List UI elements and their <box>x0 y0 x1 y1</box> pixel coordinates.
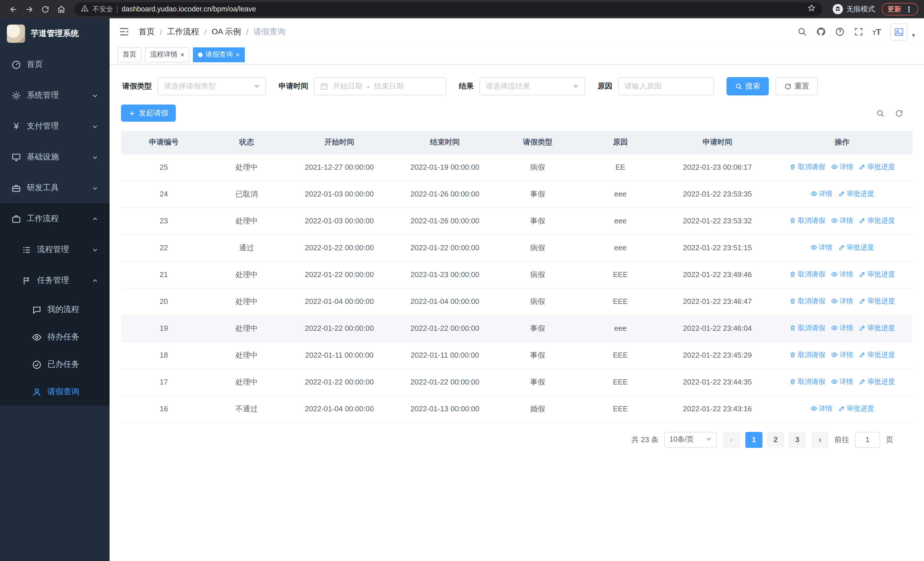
toggle-search-icon[interactable] <box>876 109 885 117</box>
create-leave-button[interactable]: 发起请假 <box>121 105 176 122</box>
sidebar-item-done-tasks[interactable]: 已办任务 <box>0 351 110 378</box>
status-cell: 处理中 <box>207 154 286 180</box>
home-icon[interactable] <box>54 2 69 17</box>
applied-time-cell: 2022-01-22 23:44:35 <box>663 368 772 396</box>
approval-progress-link[interactable]: 审批进度 <box>859 162 895 172</box>
leave-type-select[interactable]: 请选择请假类型 <box>158 77 266 95</box>
status-cell: 已取消 <box>207 180 286 208</box>
github-icon[interactable] <box>816 27 825 36</box>
font-size-icon[interactable]: TT <box>872 27 881 36</box>
tab-leave-query[interactable]: 请假查询 × <box>193 47 245 62</box>
detail-link[interactable]: 详情 <box>831 270 853 279</box>
detail-link[interactable]: 详情 <box>810 404 832 414</box>
search-button[interactable]: 搜索 <box>726 77 769 95</box>
result-select[interactable]: 请选择流结果 <box>479 77 585 95</box>
approval-progress-link[interactable]: 审批进度 <box>838 404 874 414</box>
status-cell: 处理中 <box>207 208 286 234</box>
sidebar-item-infra[interactable]: 基础设施 <box>0 142 110 173</box>
start-date-placeholder[interactable]: 开始日期 <box>333 81 362 92</box>
detail-link[interactable]: 详情 <box>831 162 853 172</box>
next-page-button[interactable]: › <box>812 432 829 448</box>
approval-progress-link[interactable]: 审批进度 <box>838 243 874 253</box>
caret-down-icon[interactable]: ▾ <box>912 32 915 40</box>
sidebar-item-leave-query[interactable]: 请假查询 <box>0 378 110 406</box>
avatar[interactable] <box>890 23 908 40</box>
detail-link[interactable]: 详情 <box>831 350 853 360</box>
fullscreen-icon[interactable] <box>854 27 863 36</box>
id-cell: 23 <box>121 208 207 234</box>
goto-page-input[interactable] <box>855 432 880 448</box>
id-cell: 16 <box>121 396 207 422</box>
cancel-leave-link[interactable]: 取消请假 <box>789 377 825 387</box>
menu-fold-icon[interactable] <box>119 26 129 37</box>
security-chip[interactable]: 不安全 <box>93 4 113 14</box>
detail-link[interactable]: 详情 <box>831 323 853 333</box>
approval-progress-link[interactable]: 审批进度 <box>859 296 895 306</box>
select-placeholder: 请选择流结果 <box>486 81 530 92</box>
cancel-leave-link[interactable]: 取消请假 <box>789 350 825 360</box>
approval-progress-link[interactable]: 审批进度 <box>859 377 895 387</box>
bookmark-star-icon[interactable] <box>808 4 816 14</box>
breadcrumb-item[interactable]: OA 示例 <box>212 27 241 37</box>
reload-icon[interactable] <box>38 2 52 17</box>
sidebar-item-todo-tasks[interactable]: 待办任务 <box>0 323 110 351</box>
url-text[interactable]: dashboard.yudao.iocoder.cn/bpm/oa/leave <box>122 5 804 13</box>
date-range-picker[interactable]: 开始日期 - 结束日期 <box>314 77 446 95</box>
back-icon[interactable] <box>6 2 21 17</box>
id-cell: 22 <box>121 234 207 261</box>
cancel-leave-link[interactable]: 取消请假 <box>789 216 825 226</box>
page-button-1[interactable]: 1 <box>746 432 762 448</box>
approval-progress-link[interactable]: 审批进度 <box>838 189 874 199</box>
sidebar-item-my-process[interactable]: 我的流程 <box>0 296 110 323</box>
address-bar[interactable]: 不安全 dashboard.yudao.iocoder.cn/bpm/oa/le… <box>74 2 822 16</box>
cancel-leave-link[interactable]: 取消请假 <box>789 323 825 333</box>
close-icon[interactable]: × <box>180 51 184 58</box>
reset-button[interactable]: 重置 <box>776 77 818 95</box>
tab-home[interactable]: 首页 <box>118 47 141 62</box>
sidebar-item-process-mgmt[interactable]: 流程管理 <box>0 234 110 265</box>
cancel-leave-link[interactable]: 取消请假 <box>789 296 825 306</box>
chevron-down-icon <box>92 154 98 160</box>
sidebar-item-workflow[interactable]: 工作流程 <box>0 203 110 234</box>
page-button-2[interactable]: 2 <box>767 432 784 448</box>
cancel-leave-link[interactable]: 取消请假 <box>789 162 825 172</box>
forward-icon[interactable] <box>22 2 36 17</box>
approval-progress-link[interactable]: 审批进度 <box>859 270 895 279</box>
search-icon[interactable] <box>797 27 807 36</box>
sidebar-item-task-mgmt[interactable]: 任务管理 <box>0 265 110 296</box>
cancel-leave-link[interactable]: 取消请假 <box>789 270 825 279</box>
end-time-cell: 2022-01-26 00:00:00 <box>392 180 498 208</box>
detail-link[interactable]: 详情 <box>810 189 832 199</box>
page-size-select[interactable]: 10条/页 <box>664 432 717 448</box>
reason-input[interactable]: 请输入原因 <box>618 77 714 95</box>
detail-link[interactable]: 详情 <box>831 377 853 387</box>
browser-menu-icon[interactable]: ⋮ <box>905 5 913 14</box>
end-date-placeholder[interactable]: 结束日期 <box>374 81 404 92</box>
tab-process-detail[interactable]: 流程详情 × <box>145 47 189 62</box>
detail-link[interactable]: 详情 <box>831 216 853 226</box>
sidebar-item-system[interactable]: 系统管理 <box>0 80 110 111</box>
sidebar-item-devtools[interactable]: 研发工具 <box>0 173 110 203</box>
sidebar-item-payment[interactable]: ¥ 支付管理 <box>0 111 110 142</box>
sidebar-item-home[interactable]: 首页 <box>0 49 110 80</box>
help-icon[interactable] <box>835 27 844 36</box>
eye-icon <box>810 244 817 251</box>
leave-type-cell: 病假 <box>498 154 578 180</box>
sidebar-item-label: 支付管理 <box>27 121 59 131</box>
leave-type-cell: 病假 <box>498 261 578 288</box>
update-button[interactable]: 更新 ⋮ <box>882 3 918 15</box>
gear-icon <box>11 90 21 100</box>
approval-progress-link[interactable]: 审批进度 <box>859 216 895 226</box>
breadcrumb-item[interactable]: 首页 <box>139 27 154 37</box>
refresh-table-icon[interactable] <box>895 109 903 117</box>
approval-progress-link[interactable]: 审批进度 <box>859 350 895 360</box>
table-body: 25处理中2021-12-27 00:00:002022-01-19 00:00… <box>121 154 913 422</box>
detail-link[interactable]: 详情 <box>831 296 853 306</box>
detail-link[interactable]: 详情 <box>810 243 832 253</box>
prev-page-button[interactable]: ‹ <box>723 432 740 448</box>
close-icon[interactable]: × <box>236 51 240 58</box>
page-button-3[interactable]: 3 <box>789 432 806 448</box>
breadcrumb-item[interactable]: 工作流程 <box>167 27 199 37</box>
applied-time-cell: 2022-01-22 23:53:35 <box>663 180 772 208</box>
approval-progress-link[interactable]: 审批进度 <box>859 323 895 333</box>
